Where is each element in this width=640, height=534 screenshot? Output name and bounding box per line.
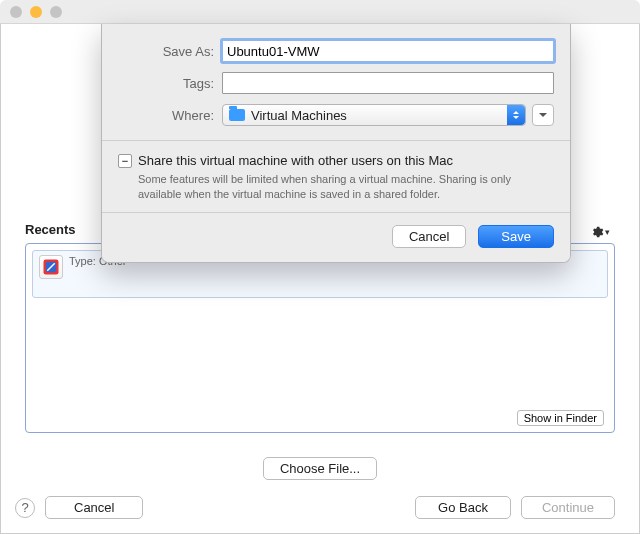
traffic-light-minimize-icon[interactable] <box>30 6 42 18</box>
gear-icon <box>590 225 604 239</box>
recents-item-type-label: Type: <box>69 255 96 267</box>
share-checkbox[interactable]: − <box>118 154 132 168</box>
tags-input[interactable] <box>222 72 554 94</box>
help-button[interactable]: ? <box>15 498 35 518</box>
sheet-save-button[interactable]: Save <box>478 225 554 248</box>
window-body: Recents ▾ Type: Other Show in Finder Cho… <box>0 24 640 534</box>
popup-arrows-icon <box>507 105 525 125</box>
share-description: Some features will be limited when shari… <box>138 172 538 202</box>
choose-file-button[interactable]: Choose File... <box>263 457 377 480</box>
go-back-button[interactable]: Go Back <box>415 496 511 519</box>
folder-icon <box>229 109 245 121</box>
save-as-input[interactable] <box>222 40 554 62</box>
save-sheet: Save As: Tags: Where: Virtual Machines − <box>101 24 571 263</box>
traffic-light-close-icon[interactable] <box>10 6 22 18</box>
sheet-cancel-button[interactable]: Cancel <box>392 225 466 248</box>
where-label: Where: <box>112 108 222 123</box>
cancel-button[interactable]: Cancel <box>45 496 143 519</box>
titlebar <box>0 0 640 24</box>
disclosure-button[interactable] <box>532 104 554 126</box>
where-value: Virtual Machines <box>251 108 347 123</box>
save-as-label: Save As: <box>112 44 222 59</box>
where-popup[interactable]: Virtual Machines <box>222 104 526 126</box>
gear-menu-button[interactable]: ▾ <box>589 224 611 240</box>
tags-label: Tags: <box>112 76 222 91</box>
chevron-down-icon: ▾ <box>605 227 610 237</box>
traffic-light-zoom-icon[interactable] <box>50 6 62 18</box>
bottom-button-row: ? Cancel Go Back Continue <box>15 496 615 519</box>
share-checkbox-label: Share this virtual machine with other us… <box>138 153 453 168</box>
show-in-finder-button[interactable]: Show in Finder <box>517 410 604 426</box>
recents-list: Type: Other Show in Finder <box>25 243 615 433</box>
continue-button: Continue <box>521 496 615 519</box>
vmware-file-icon <box>39 255 63 279</box>
